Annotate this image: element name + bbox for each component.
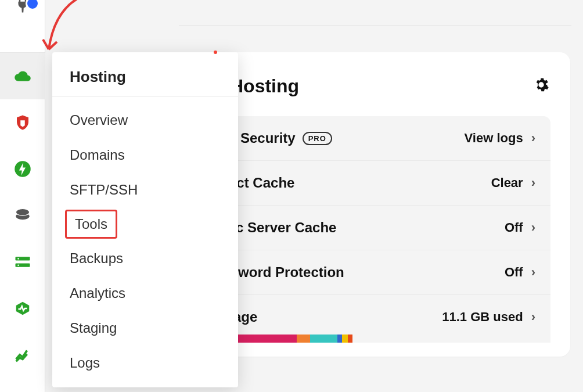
rail-item-server[interactable]	[0, 239, 45, 285]
flyout-item-domains[interactable]: Domains	[52, 138, 238, 172]
pro-badge: PRO	[303, 132, 332, 145]
flyout-item-overview[interactable]: Overview	[52, 103, 238, 138]
chart-icon	[14, 346, 31, 364]
hosting-card: Hosting WAF Security PRO View logs ›	[180, 52, 570, 357]
storage-segment	[342, 335, 348, 343]
flyout-header: Hosting	[52, 54, 238, 97]
svg-point-6	[17, 258, 19, 260]
chevron-right-icon: ›	[531, 265, 535, 280]
flyout-item-staging[interactable]: Staging	[52, 311, 238, 346]
storage-segment	[337, 335, 342, 343]
storage-segment	[235, 335, 297, 343]
row-value: Off	[505, 220, 523, 235]
rail-item-analytics[interactable]	[0, 332, 45, 378]
row-action[interactable]: View logs ›	[465, 131, 535, 146]
row-value: Off	[505, 265, 523, 280]
row-password-protection[interactable]: Password Protection Off ›	[200, 250, 550, 295]
chevron-right-icon: ›	[531, 310, 535, 325]
shield-icon	[14, 114, 31, 131]
row-value: Clear	[491, 175, 523, 190]
row-value: View logs	[465, 131, 523, 146]
row-action[interactable]: Off ›	[505, 265, 535, 280]
rail-item-uptime[interactable]	[0, 285, 45, 332]
sidebar-rail	[0, 0, 45, 392]
chevron-right-icon: ›	[531, 175, 535, 190]
flyout-item-sftp-ssh[interactable]: SFTP/SSH	[52, 172, 238, 207]
rail-item-disc[interactable]	[0, 192, 45, 239]
storage-segment	[310, 335, 337, 343]
cloud-icon	[14, 67, 31, 85]
row-object-cache[interactable]: Object Cache Clear ›	[200, 161, 550, 206]
flyout-item-backups[interactable]: Backups	[52, 241, 238, 276]
rail-item-hosting[interactable]	[0, 53, 45, 99]
row-storage[interactable]: Storage 11.1 GB used ›	[200, 295, 550, 343]
rail-item-performance[interactable]	[0, 146, 45, 192]
flyout-item-logs[interactable]: Logs	[52, 346, 238, 380]
bolt-icon	[14, 160, 31, 178]
chevron-right-icon: ›	[531, 220, 535, 235]
row-action[interactable]: Clear ›	[491, 175, 535, 190]
gear-icon	[533, 77, 549, 95]
flyout-list: OverviewDomainsSFTP/SSHToolsBackupsAnaly…	[52, 97, 238, 380]
chevron-right-icon: ›	[531, 131, 535, 146]
disc-icon	[14, 207, 31, 224]
flyout-item-analytics[interactable]: Analytics	[52, 276, 238, 311]
storage-bar	[235, 335, 386, 343]
top-divider	[179, 0, 571, 26]
card-header: Hosting	[180, 52, 570, 116]
storage-segment	[348, 335, 352, 343]
svg-point-7	[17, 264, 19, 266]
server-icon	[14, 253, 31, 271]
rail-item-security[interactable]	[0, 99, 45, 146]
hosting-flyout: Hosting OverviewDomainsSFTP/SSHToolsBack…	[52, 52, 238, 387]
settings-button[interactable]	[532, 77, 550, 95]
storage-segment	[297, 335, 310, 343]
badge-dot	[26, 0, 39, 10]
rail-top-slot	[0, 0, 45, 52]
row-value: 11.1 GB used	[442, 310, 523, 325]
flyout-item-tools[interactable]: Tools	[65, 210, 117, 239]
svg-point-2	[16, 213, 29, 220]
row-action[interactable]: 11.1 GB used ›	[442, 310, 535, 325]
heartbeat-icon	[14, 300, 31, 317]
card-rows: WAF Security PRO View logs › Object Cach…	[180, 116, 570, 357]
card-title: Hosting	[230, 75, 299, 97]
row-waf-security[interactable]: WAF Security PRO View logs ›	[200, 116, 550, 161]
row-action[interactable]: Off ›	[505, 220, 535, 235]
row-static-server-cache[interactable]: Static Server Cache Off ›	[200, 206, 550, 250]
